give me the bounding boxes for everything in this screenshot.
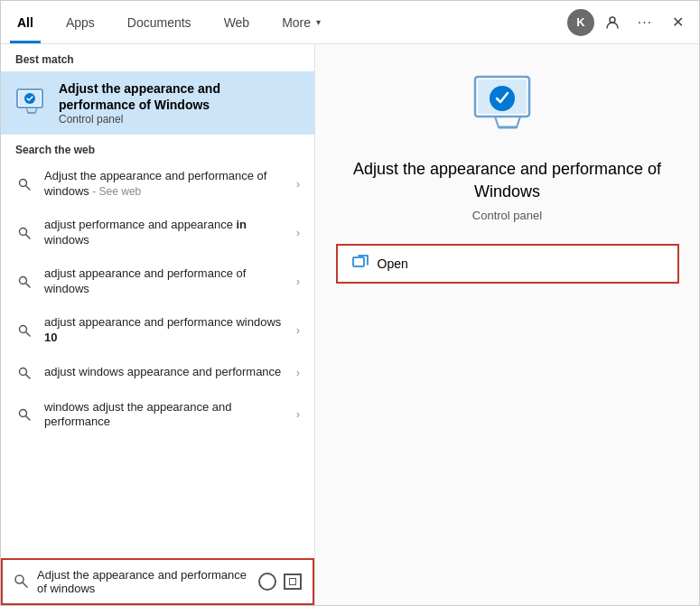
square-icon (284, 573, 302, 590)
app-title: Adjust the appearance and performance of… (333, 158, 681, 203)
list-item[interactable]: adjust appearance and performance of win… (1, 257, 314, 306)
tab-apps[interactable]: Apps (50, 1, 111, 43)
svg-line-12 (26, 331, 31, 336)
best-match-item[interactable]: Adjust the appearance and performance of… (1, 71, 314, 135)
svg-line-6 (26, 186, 31, 191)
tab-all-label: All (17, 15, 33, 30)
avatar[interactable]: K (567, 9, 594, 36)
tab-more-label: More (282, 15, 311, 30)
chevron-right-icon: › (296, 324, 300, 337)
bottom-search-bar[interactable]: Adjust the appearance and performance of… (1, 558, 314, 605)
chevron-right-icon: › (296, 275, 300, 288)
search-web-label: Search the web (1, 135, 314, 160)
result-text: adjust appearance and performance of win… (44, 266, 285, 297)
list-item[interactable]: adjust appearance and performance window… (1, 306, 314, 355)
result-text: windows adjust the appearance and perfor… (44, 400, 285, 431)
tab-more[interactable]: More ▾ (266, 1, 337, 43)
tab-apps-label: Apps (66, 15, 95, 30)
list-item[interactable]: adjust windows appearance and performanc… (1, 355, 314, 391)
chevron-right-icon: › (296, 227, 300, 239)
close-btn[interactable]: ✕ (663, 8, 692, 37)
svg-point-0 (610, 17, 615, 23)
app-icon (15, 87, 48, 119)
svg-line-18 (23, 583, 27, 587)
search-icon (14, 573, 28, 591)
search-icon (15, 322, 33, 340)
list-item[interactable]: Adjust the appearance and performance of… (1, 160, 314, 209)
ellipsis-icon: ··· (638, 14, 652, 31)
best-match-label: Best match (1, 44, 314, 71)
close-icon: ✕ (672, 14, 684, 31)
svg-line-14 (26, 374, 31, 378)
monitor-icon (15, 88, 48, 118)
open-button[interactable]: Open (336, 244, 679, 284)
person-icon (605, 15, 620, 30)
chevron-right-icon: › (296, 408, 300, 421)
bottom-search-text: Adjust the appearance and performance of… (37, 568, 249, 595)
tab-documents-label: Documents (127, 15, 191, 30)
list-item[interactable]: windows adjust the appearance and perfor… (1, 391, 314, 440)
chevron-right-icon: › (296, 178, 300, 191)
search-icon (15, 224, 33, 242)
nav-right: K ··· ✕ (567, 1, 699, 43)
chevron-down-icon: ▾ (316, 17, 321, 27)
taskbar-icons (258, 573, 302, 591)
result-text: Adjust the appearance and performance of… (44, 169, 285, 200)
circle-icon (258, 573, 276, 591)
avatar-letter: K (576, 15, 584, 29)
search-icon (15, 364, 33, 382)
top-nav: All Apps Documents Web More ▾ K (1, 1, 699, 44)
result-text: adjust performance and appearance in win… (44, 218, 285, 248)
tab-web[interactable]: Web (208, 1, 266, 43)
best-match-subtitle: Control panel (59, 113, 300, 126)
svg-line-8 (26, 235, 31, 239)
result-text: adjust windows appearance and performanc… (44, 365, 285, 380)
svg-line-16 (26, 416, 31, 421)
monitor-large-icon (471, 75, 544, 140)
best-match-text: Adjust the appearance and performance of… (59, 80, 300, 126)
list-item[interactable]: adjust performance and appearance in win… (1, 209, 314, 257)
main-content: Best match Adjust the ap (1, 44, 699, 605)
svg-line-10 (26, 283, 31, 287)
open-button-label: Open (378, 256, 408, 271)
user-icon-btn[interactable] (598, 8, 627, 37)
best-match-title: Adjust the appearance and performance of… (59, 80, 300, 113)
tab-all[interactable]: All (1, 1, 50, 43)
result-text: adjust appearance and performance window… (44, 315, 285, 346)
open-icon (352, 255, 369, 273)
search-icon (15, 273, 33, 291)
app-large-icon (471, 71, 544, 144)
right-panel: Adjust the appearance and performance of… (315, 44, 699, 605)
search-icon (15, 406, 33, 424)
tab-web-label: Web (224, 15, 250, 30)
chevron-right-icon: › (296, 367, 300, 379)
tab-documents[interactable]: Documents (111, 1, 208, 43)
app-subtitle: Control panel (472, 209, 542, 222)
left-panel: Best match Adjust the ap (1, 44, 315, 605)
svg-rect-23 (353, 257, 364, 266)
search-icon (15, 175, 33, 193)
search-window: All Apps Documents Web More ▾ K (0, 0, 700, 606)
more-options-btn[interactable]: ··· (630, 8, 659, 37)
